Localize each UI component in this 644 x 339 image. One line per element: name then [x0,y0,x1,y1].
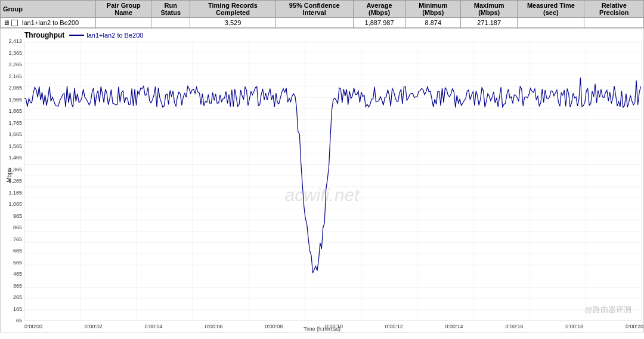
chart-svg [24,42,642,321]
y-tick-label: 865 [13,224,22,230]
y-tick-label: 465 [13,271,22,277]
y-tick-label: 1,965 [8,97,22,103]
x-tick-label: 0:00:12 [385,323,403,329]
x-tick-label: 0:00:02 [85,323,103,329]
y-tick-label: 1,065 [8,201,22,207]
y-tick-label: 365 [13,283,22,289]
col-confidence: 95% Confidence Interval [275,1,353,18]
monitor-icon: 🖥 [3,19,10,26]
y-tick-label: 1,665 [8,131,22,137]
chart-title: Throughput [24,31,64,39]
checkbox-icon [11,20,18,26]
table-row: 🖥 lan1+lan2 to Be200 3,529 1,887.987 8.8… [1,18,644,28]
cell-run-status [151,18,190,28]
col-minimum: Minimum (Mbps) [405,1,461,18]
data-table: Group Pair Group Name Run Status Timing … [0,0,644,28]
y-tick-label: 1,465 [8,155,22,161]
y-tick-label: 2,165 [8,73,22,79]
cell-average: 1,887.987 [353,18,405,28]
cell-confidence [275,18,353,28]
col-relative-precision: Relative Precision [584,1,644,18]
y-tick-label: 1,165 [8,190,22,196]
y-tick-label: 565 [13,260,22,266]
cell-group: 🖥 lan1+lan2 to Be200 [1,18,96,28]
col-average: Average (Mbps) [353,1,405,18]
group-label: lan1+lan2 to Be200 [22,19,79,26]
svg-rect-4 [24,42,642,321]
col-measured-time: Measured Time (sec) [518,1,584,18]
y-tick-label: 2,065 [8,85,22,91]
col-run-status: Run Status [151,1,190,18]
y-tick-labels: 2,4122,3652,2652,1652,0651,9651,8651,765… [1,42,23,321]
y-tick-label: 2,265 [8,61,22,67]
y-tick-label: 165 [13,306,22,312]
cell-timing-records: 3,529 [190,18,276,28]
col-timing-records: Timing Records Completed [190,1,276,18]
col-pair-group: Pair Group Name [96,1,151,18]
x-axis-label: Time (h:mm:ss) [304,326,340,332]
x-tick-label: 0:00:18 [565,323,583,329]
y-tick-label: 665 [13,248,22,254]
cell-minimum: 8.874 [405,18,461,28]
chart-container: Throughput lan1+lan2 to Be200 Mbps [0,28,644,332]
x-tick-label: 0:00:20 [626,323,643,329]
cell-relative-precision [584,18,644,28]
x-tick-label: 0:00:00 [24,323,42,329]
y-tick-label: 1,765 [8,120,22,126]
y-tick-label: 1,365 [8,167,22,172]
cell-maximum: 271.187 [461,18,518,28]
y-tick-label: 265 [13,294,22,300]
legend-label: lan1+lan2 to Be200 [86,32,143,39]
y-tick-label: 65 [16,318,22,323]
x-tick-label: 0:00:16 [505,323,523,329]
y-tick-label: 965 [13,213,22,219]
y-tick-label: 1,265 [8,178,22,184]
y-tick-label: 2,365 [8,50,22,56]
cell-pair-group [96,18,151,28]
x-tick-label: 0:00:06 [205,323,222,329]
x-tick-label: 0:00:04 [145,323,163,329]
col-maximum: Maximum (Mbps) [461,1,518,18]
y-tick-label: 1,865 [8,108,22,114]
y-tick-label: 765 [13,236,22,242]
x-tick-label: 0:00:14 [445,323,463,329]
y-tick-label: 1,565 [8,143,22,149]
y-tick-label: 2,412 [8,38,22,44]
legend-line [69,35,84,36]
col-group: Group [1,1,96,18]
x-tick-label: 0:00:08 [265,323,283,329]
cell-measured-time [518,18,584,28]
